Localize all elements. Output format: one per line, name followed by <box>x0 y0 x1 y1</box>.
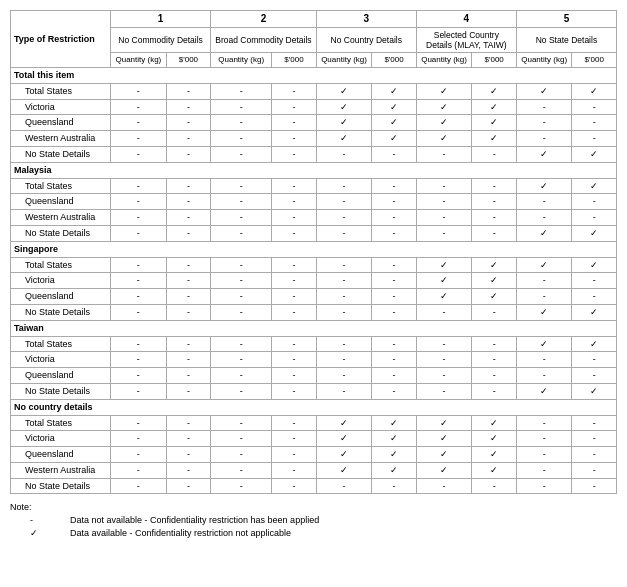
cell-value: - <box>166 304 210 320</box>
cell-value: ✓ <box>516 178 572 194</box>
cell-value: - <box>111 146 167 162</box>
cell-value: - <box>572 99 617 115</box>
cell-value: - <box>111 336 167 352</box>
cell-value: ✓ <box>472 83 516 99</box>
cell-value: - <box>272 462 316 478</box>
val-5: $'000 <box>572 53 617 68</box>
row-label: No State Details <box>11 304 111 320</box>
cell-value: - <box>316 178 372 194</box>
cell-value: - <box>166 210 210 226</box>
row-label: Queensland <box>11 194 111 210</box>
cell-value: - <box>211 368 272 384</box>
cell-value: - <box>572 131 617 147</box>
cell-value: - <box>472 383 516 399</box>
cell-value: - <box>111 289 167 305</box>
cell-value: - <box>316 478 372 494</box>
cell-value: - <box>211 225 272 241</box>
cell-value: - <box>111 178 167 194</box>
cell-value: - <box>211 273 272 289</box>
cell-value: - <box>572 289 617 305</box>
cell-value: - <box>111 304 167 320</box>
cell-value: - <box>166 115 210 131</box>
cell-value: ✓ <box>516 257 572 273</box>
cell-value: - <box>111 194 167 210</box>
type-5-label: No State Details <box>516 28 616 53</box>
cell-value: - <box>472 368 516 384</box>
cell-value: - <box>316 289 372 305</box>
cell-value: - <box>472 478 516 494</box>
cell-value: - <box>416 304 472 320</box>
cell-value: - <box>111 131 167 147</box>
cell-value: - <box>272 178 316 194</box>
cell-value: - <box>516 462 572 478</box>
qty-2: Quantity (kg) <box>211 53 272 68</box>
table-row: No State Details---------- <box>11 478 617 494</box>
cell-value: - <box>272 225 316 241</box>
row-label: No State Details <box>11 383 111 399</box>
cell-value: ✓ <box>372 415 416 431</box>
qty-4: Quantity (kg) <box>416 53 472 68</box>
cell-value: - <box>211 194 272 210</box>
cell-value: - <box>166 462 210 478</box>
cell-value: - <box>211 383 272 399</box>
table-row: No State Details--------✓✓ <box>11 146 617 162</box>
cell-value: - <box>211 83 272 99</box>
cell-value: - <box>572 415 617 431</box>
cell-value: - <box>211 352 272 368</box>
val-3: $'000 <box>372 53 416 68</box>
cell-value: - <box>111 257 167 273</box>
cell-value: ✓ <box>416 447 472 463</box>
cell-value: ✓ <box>416 289 472 305</box>
cell-value: - <box>316 273 372 289</box>
cell-value: - <box>472 225 516 241</box>
cell-value: - <box>211 462 272 478</box>
row-label: Victoria <box>11 431 111 447</box>
cell-value: ✓ <box>416 99 472 115</box>
section-header: Total this item <box>11 67 617 83</box>
cell-value: - <box>516 478 572 494</box>
cell-value: ✓ <box>372 115 416 131</box>
cell-value: - <box>272 257 316 273</box>
cell-value: - <box>516 115 572 131</box>
cell-value: - <box>166 431 210 447</box>
cell-value: ✓ <box>416 131 472 147</box>
cell-value: ✓ <box>416 257 472 273</box>
cell-value: - <box>316 210 372 226</box>
cell-value: ✓ <box>472 447 516 463</box>
cell-value: - <box>372 352 416 368</box>
cell-value: ✓ <box>516 146 572 162</box>
cell-value: ✓ <box>572 178 617 194</box>
cell-value: ✓ <box>472 131 516 147</box>
cell-value: - <box>516 194 572 210</box>
val-4: $'000 <box>472 53 516 68</box>
cell-value: - <box>166 447 210 463</box>
cell-value: - <box>416 178 472 194</box>
table-row: Western Australia---------- <box>11 210 617 226</box>
cell-value: - <box>272 431 316 447</box>
cell-value: - <box>372 225 416 241</box>
table-row: Total States--------✓✓ <box>11 178 617 194</box>
cell-value: ✓ <box>416 83 472 99</box>
cell-value: ✓ <box>516 225 572 241</box>
type-4-label: Selected Country Details (MLAY, TAIW) <box>416 28 516 53</box>
cell-value: ✓ <box>416 431 472 447</box>
table-row: No State Details--------✓✓ <box>11 304 617 320</box>
table-row: Western Australia----✓✓✓✓-- <box>11 462 617 478</box>
col-4-header: 4 <box>416 11 516 28</box>
cell-value: - <box>572 352 617 368</box>
cell-value: - <box>572 368 617 384</box>
cell-value: - <box>516 131 572 147</box>
table-row: Western Australia----✓✓✓✓-- <box>11 131 617 147</box>
cell-value: ✓ <box>316 415 372 431</box>
cell-value: ✓ <box>516 383 572 399</box>
cell-value: - <box>316 336 372 352</box>
cell-value: ✓ <box>372 131 416 147</box>
cell-value: - <box>472 304 516 320</box>
row-label: Total States <box>11 336 111 352</box>
row-label: Victoria <box>11 352 111 368</box>
cell-value: - <box>272 115 316 131</box>
cell-value: - <box>472 178 516 194</box>
cell-value: ✓ <box>472 99 516 115</box>
cell-value: - <box>316 304 372 320</box>
cell-value: ✓ <box>516 336 572 352</box>
